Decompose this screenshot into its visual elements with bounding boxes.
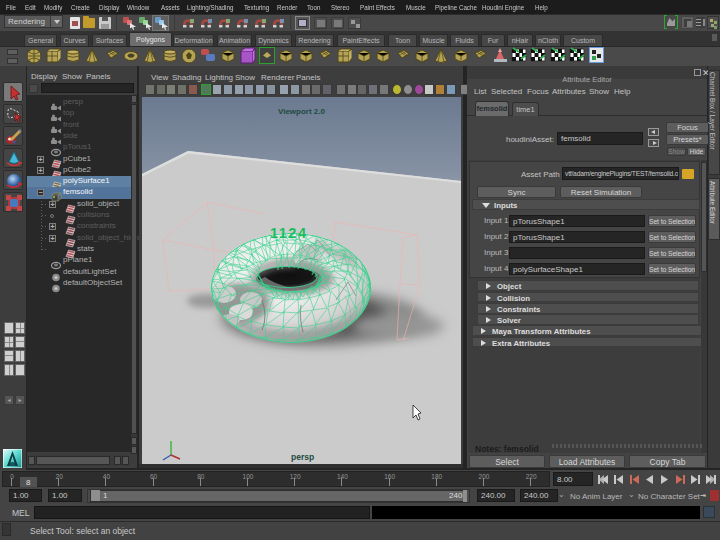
svg-text:persp: persp bbox=[291, 452, 314, 462]
svg-text:1124: 1124 bbox=[270, 225, 307, 241]
